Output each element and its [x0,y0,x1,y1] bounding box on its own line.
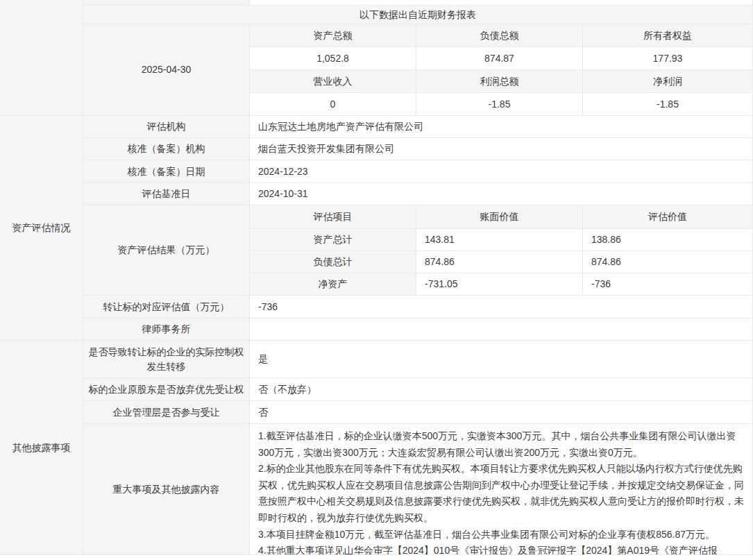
header-owner-equity: 所有者权益 [583,24,753,47]
value-approval-agency: 烟台蓝天投资开发集团有限公司 [250,138,753,160]
value-preemptive-right-waiver: 否（不放弃） [250,378,753,401]
section-label-text: 资产评估情况 [12,221,71,235]
major-matters-paragraph-4: 4.其他重大事项详见山华会审字【2024】010号《审计报告》及鲁冠评报字【20… [258,543,744,555]
label-text: 是否导致转让标的企业的实际控制权发生转移 [85,345,248,374]
value-text: -1.85 [657,97,679,112]
value-text: -731.05 [425,277,457,291]
value-management-participation: 否 [250,401,753,424]
result-header-item: 评估项目 [250,205,416,229]
value-text: 2024-10-31 [258,187,308,201]
value-major-matters: 1.截至评估基准日，标的企业认缴资本500万元，实缴资本300万元。其中，烟台公… [250,424,753,555]
financial-report-date: 2025-04-30 [83,24,250,116]
header-operating-revenue: 营业收入 [250,70,416,93]
label-text: 核准（备案）日期 [128,164,205,179]
value-law-firm [250,319,753,341]
label-text: 资产总计 [314,232,353,247]
label-management-participation: 企业管理层是否参与受让 [83,401,250,424]
value-net-profit: -1.85 [583,93,753,116]
value-approval-date: 2024-12-23 [250,160,753,183]
label-evaluation-base-date: 评估基准日 [83,183,250,205]
value-control-transfer: 是 [250,341,753,378]
value-text: 874.86 [425,255,455,269]
financial-notice-text: 以下数据出自近期财务报表 [359,8,476,22]
header-text: 评估项目 [314,210,353,224]
disclosure-page: 资产评估情况 其他披露事项 以下数据出自近期财务报表 2025-04-30 资产… [0,0,753,560]
value-text: 山东冠达土地房地产资产评估有限公司 [258,119,423,134]
label-text: 评估机构 [147,119,186,134]
result-row-total-assets-label: 资产总计 [250,229,416,251]
value-total-profit: -1.85 [416,93,583,116]
result-row-total-liabilities-book: 874.86 [416,251,583,273]
value-total-assets: 1,052.8 [250,47,416,70]
financial-notice-row: 以下数据出自近期财务报表 [83,6,753,24]
label-approval-date: 核准（备案）日期 [83,160,250,183]
header-net-profit: 净利润 [583,70,753,93]
value-text: 874.87 [484,51,514,66]
label-text: 评估基准日 [142,187,191,201]
label-approval-agency: 核准（备案）机构 [83,138,250,160]
label-preemptive-right-waiver: 标的企业原股东是否放弃优先受让权 [83,378,250,401]
label-text: 重大事项及其他披露内容 [113,482,220,497]
value-text: 143.81 [425,232,455,247]
result-row-total-assets-book: 143.81 [416,229,583,251]
value-text: 0 [330,97,336,112]
value-text: 874.86 [591,255,621,269]
value-text: 177.93 [653,51,683,66]
partial-row-label-cell [83,0,250,6]
label-transfer-assessed-value: 转让标的对应评估值（万元） [83,296,250,319]
report-date-text: 2025-04-30 [142,62,192,77]
section-label-other-disclosures: 其他披露事项 [0,341,83,555]
section-cell-empty [0,0,83,116]
partial-row-value-cell [250,0,753,6]
value-text: 2024-12-23 [258,164,308,179]
section-label-asset-evaluation: 资产评估情况 [0,116,83,341]
value-text: 是 [258,352,268,366]
label-major-matters: 重大事项及其他披露内容 [83,424,250,555]
value-text: 1,052.8 [316,51,349,66]
label-text: 核准（备案）机构 [128,142,205,156]
header-text: 账面价值 [480,210,519,224]
label-evaluation-result: 资产评估结果（万元） [83,205,250,296]
header-total-assets: 资产总额 [250,24,416,47]
result-row-net-assets-book: -731.05 [416,273,583,296]
result-header-book-value: 账面价值 [416,205,583,229]
label-evaluation-agency: 评估机构 [83,116,250,138]
value-text: 138.86 [591,232,621,247]
header-total-profit: 利润总额 [416,70,583,93]
section-label-text: 其他披露事项 [12,441,71,455]
value-text: 否（不放弃） [258,382,316,397]
label-text: 负债总计 [314,255,353,269]
value-evaluation-agency: 山东冠达土地房地产资产评估有限公司 [250,116,753,138]
result-row-total-liabilities-assessed: 874.86 [583,251,753,273]
major-matters-paragraph-1: 1.截至评估基准日，标的企业认缴资本500万元，实缴资本300万元。其中，烟台公… [258,428,744,461]
value-transfer-assessed-value: -736 [250,296,753,319]
value-text: -736 [258,300,278,314]
result-row-net-assets-assessed: -736 [583,273,753,296]
header-total-liabilities: 负债总额 [416,24,583,47]
result-row-total-liabilities-label: 负债总计 [250,251,416,273]
value-evaluation-base-date: 2024-10-31 [250,183,753,205]
label-text: 资产评估结果（万元） [118,243,215,257]
label-control-transfer: 是否导致转让标的企业的实际控制权发生转移 [83,341,250,378]
header-text: 负债总额 [480,28,519,43]
label-text: 净资产 [319,277,348,291]
label-text: 转让标的对应评估值（万元） [103,300,230,314]
value-text: 否 [258,405,268,420]
header-text: 利润总额 [480,74,519,89]
value-total-liabilities: 874.87 [416,47,583,70]
label-text: 标的企业原股东是否放弃优先受让权 [89,382,244,397]
result-row-net-assets-label: 净资产 [250,273,416,296]
label-text: 律师事务所 [142,322,191,337]
result-header-assessed-value: 评估价值 [583,205,753,229]
header-text: 营业收入 [314,74,353,89]
header-text: 所有者权益 [643,28,692,43]
label-law-firm: 律师事务所 [83,319,250,341]
value-text: -736 [591,277,611,291]
result-row-total-assets-assessed: 138.86 [583,229,753,251]
major-matters-paragraph-3: 3.本项目挂牌金额10万元，截至评估基准日，烟台公共事业集团有限公司对标的企业享… [258,527,744,543]
major-matters-paragraph-2: 2.标的企业其他股东在同等条件下有优先购买权。本项目转让方要求优先购买权人只能以… [258,461,744,526]
value-text: 烟台蓝天投资开发集团有限公司 [258,142,394,156]
label-text: 企业管理层是否参与受让 [113,405,220,420]
value-operating-revenue: 0 [250,93,416,116]
value-owner-equity: 177.93 [583,47,753,70]
